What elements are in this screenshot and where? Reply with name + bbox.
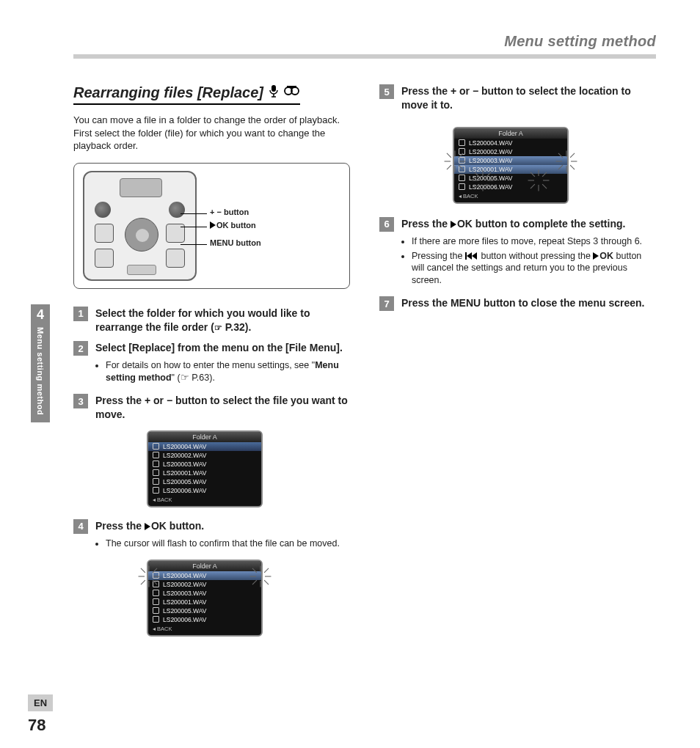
step-heading: Press the + or − button to select the lo… [401, 84, 656, 112]
music-file-icon [459, 183, 465, 190]
header-rule [73, 54, 656, 59]
step-6: 6 Press the OK button to complete the se… [379, 217, 656, 289]
device-callouts: + − button OK button MENU button [210, 171, 340, 281]
callout-plus-minus: + − button [210, 208, 249, 216]
callout-ok: OK button [210, 221, 256, 230]
music-file-icon [459, 166, 465, 172]
step-heading: Press the OK button. [95, 519, 350, 533]
play-icon [593, 252, 599, 260]
step-number: 6 [379, 217, 394, 232]
step-5: 5 Press the + or − button to select the … [379, 84, 656, 112]
svg-line-20 [264, 568, 269, 573]
step-heading: Select [Replace] from the menu on the [F… [95, 341, 350, 355]
music-file-icon [153, 598, 159, 605]
step-heading: Press the MENU button to close the menu … [401, 296, 656, 310]
screen-title: Folder A [148, 561, 261, 571]
step-heading: Press the + or − button to select the fi… [95, 394, 350, 422]
step-4: 4 Press the OK button. The cursor will f… [73, 519, 350, 552]
device-illustration: + − button OK button MENU button [73, 163, 350, 289]
bullet: The cursor will flash to confirm that th… [106, 538, 350, 550]
left-column: Rearranging files [Replace] You can move… [73, 84, 350, 637]
step-number: 4 [73, 519, 88, 534]
list-item: LS200001.WAV [148, 598, 261, 606]
chapter-number: 4 [37, 307, 44, 323]
svg-line-19 [264, 580, 269, 584]
music-file-icon [153, 572, 159, 579]
step-number: 2 [73, 341, 88, 356]
video-icon [284, 85, 300, 100]
page-header-title: Menu setting method [73, 33, 656, 50]
list-item: LS200006.WAV [148, 486, 261, 495]
step-number: 7 [379, 296, 394, 311]
bullet: For details on how to enter the menu set… [106, 359, 350, 384]
svg-line-29 [447, 165, 451, 169]
lcd-screenshot-flash: Folder A LS200004.WAV LS200002.WAV LS200… [147, 560, 263, 637]
step-7: 7 Press the MENU button to close the men… [379, 296, 656, 311]
list-item: LS200003.WAV [148, 460, 261, 469]
chapter-tab: 4 Menu setting method [31, 304, 50, 422]
step-1: 1 Select the folder for which you would … [73, 307, 350, 334]
svg-line-10 [141, 568, 145, 573]
list-item: LS200006.WAV [148, 615, 261, 624]
list-item: LS200003.WAV [148, 589, 261, 598]
music-file-icon [153, 452, 159, 458]
list-item: LS200003.WAV [454, 156, 567, 165]
step-bullets: For details on how to enter the menu set… [106, 359, 350, 384]
rewind-icon [465, 252, 478, 260]
music-file-icon [153, 469, 159, 476]
callout-menu: MENU button [210, 238, 261, 247]
bullet: If there are more files to move, repeat … [412, 235, 656, 248]
section-title-text: Rearranging files [Replace] [73, 84, 263, 101]
svg-rect-5 [287, 86, 296, 88]
music-file-icon [459, 139, 465, 146]
chapter-label: Menu setting method [36, 327, 45, 415]
step-heading: Select the folder for which you would li… [95, 307, 350, 334]
lcd-screenshot-select: Folder A LS200004.WAV LS200002.WAV LS200… [147, 430, 263, 507]
music-file-icon [153, 590, 159, 596]
language-tab: EN [28, 694, 53, 711]
manual-page: 4 Menu setting method EN 78 Menu setting… [0, 0, 700, 748]
list-item: LS200004.WAV [148, 571, 261, 580]
list-item: LS200004.WAV [454, 139, 567, 147]
music-file-icon [153, 443, 159, 450]
music-file-icon [153, 616, 159, 623]
intro-paragraph: You can move a file in a folder to chang… [73, 114, 350, 153]
music-file-icon [459, 157, 465, 164]
step-bullets: The cursor will flash to confirm that th… [106, 538, 350, 550]
screen-back-label: ◂ BACK [148, 495, 261, 506]
music-file-icon [153, 461, 159, 467]
page-number: 78 [28, 716, 45, 735]
screen-title: Folder A [148, 432, 261, 442]
step-number: 5 [379, 84, 394, 99]
screen-back-label: ◂ BACK [148, 624, 261, 635]
pointer-icon: ☞ [214, 323, 222, 333]
music-file-icon [459, 148, 465, 155]
svg-rect-0 [271, 85, 276, 92]
svg-line-26 [447, 153, 451, 158]
step-number: 3 [73, 394, 88, 408]
music-file-icon [153, 607, 159, 614]
step-heading: Press the OK button to complete the sett… [401, 217, 656, 231]
screen-title: Folder A [454, 128, 567, 139]
music-file-icon [153, 478, 159, 485]
section-title: Rearranging files [Replace] [73, 84, 300, 105]
play-icon [210, 221, 216, 229]
list-item: LS200005.WAV [148, 606, 261, 615]
list-item: LS200004.WAV [148, 442, 261, 451]
lcd-screenshot-target: Folder A LS200004.WAV LS200002.WAV LS200… [453, 127, 569, 204]
content-columns: Rearranging files [Replace] You can move… [73, 84, 656, 637]
play-icon [145, 523, 150, 530]
step-2: 2 Select [Replace] from the menu on the … [73, 341, 350, 386]
list-item: LS200001.WAV [454, 165, 567, 174]
step-number: 1 [73, 307, 88, 321]
list-item: LS200001.WAV [148, 469, 261, 477]
step-3: 3 Press the + or − button to select the … [73, 394, 350, 422]
bullet: Pressing the button without pressing the… [412, 250, 656, 287]
list-item: LS200005.WAV [148, 477, 261, 486]
play-icon [451, 221, 456, 228]
pointer-icon: ☞ [181, 373, 189, 383]
music-file-icon [153, 487, 159, 494]
svg-line-36 [570, 153, 575, 158]
list-item: LS200006.WAV [454, 183, 567, 191]
list-item: LS200002.WAV [454, 147, 567, 156]
